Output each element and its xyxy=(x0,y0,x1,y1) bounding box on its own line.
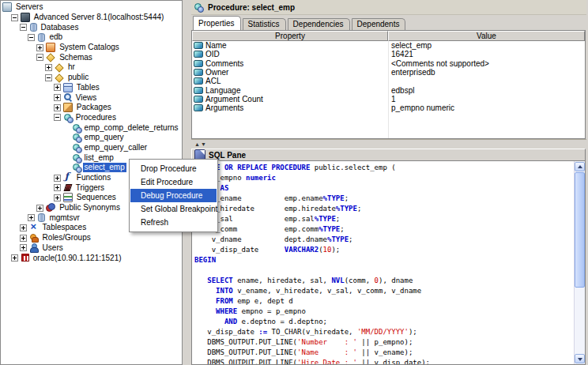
property-value: select_emp xyxy=(387,41,585,50)
tree-item-label: Tablespaces xyxy=(41,223,89,232)
tree-item-emp-query[interactable]: emp_query xyxy=(1,133,182,143)
expand-icon[interactable] xyxy=(54,104,61,111)
menu-item-debug-procedure[interactable]: Debug Procedure xyxy=(130,189,217,202)
property-icon xyxy=(194,104,203,111)
sql-line: AND e.deptno = d.deptno; xyxy=(194,317,573,327)
menu-item-edit-procedure[interactable]: Edit Procedure xyxy=(130,175,217,189)
tree-item-procedures[interactable]: Procedures xyxy=(1,113,182,123)
schema-icon xyxy=(55,73,63,82)
sql-code: CREATE OR REPLACE PROCEDURE public.selec… xyxy=(194,163,573,364)
tree-item-label: Users xyxy=(41,243,65,253)
tree-item-hr[interactable]: hr xyxy=(1,62,182,73)
property-value: 16421 xyxy=(387,50,585,58)
procedure-icon xyxy=(73,144,80,151)
tables-icon xyxy=(63,83,73,92)
property-icon xyxy=(194,96,203,103)
roles-icon xyxy=(29,233,39,243)
collapse-down-icon[interactable]: ▼ xyxy=(201,141,206,148)
expand-icon[interactable] xyxy=(11,254,18,262)
expand-icon[interactable] xyxy=(54,84,61,91)
procedure-icon xyxy=(73,124,80,131)
scroll-down-icon[interactable] xyxy=(575,354,585,363)
triggers-icon xyxy=(63,184,72,191)
expand-icon[interactable] xyxy=(54,194,61,201)
tree-item-packages[interactable]: Packages xyxy=(1,103,182,113)
tree-item-label: System Catalogs xyxy=(58,43,121,52)
tree-item-views[interactable]: Views xyxy=(1,92,182,103)
collapse-icon[interactable] xyxy=(20,24,27,31)
sql-line: DBMS_OUTPUT.PUT_LINE('Number : ' || p_em… xyxy=(194,337,573,348)
sql-pane-header: SQL Pane xyxy=(191,149,586,161)
sequences-icon xyxy=(63,193,73,202)
tree-item-databases[interactable]: Databases xyxy=(1,22,182,32)
tree-item-system-catalogs[interactable]: System Catalogs xyxy=(1,43,182,53)
menu-item-refresh[interactable]: Refresh xyxy=(130,216,217,229)
sql-line: v_comm emp.comm%TYPE; xyxy=(194,224,573,235)
collapse-icon[interactable] xyxy=(54,114,61,121)
sql-line: v_sal emp.sal%TYPE; xyxy=(194,214,573,224)
tab-properties[interactable]: Properties xyxy=(193,16,241,30)
procedure-icon xyxy=(73,134,80,141)
expand-icon[interactable] xyxy=(36,205,43,212)
property-icon xyxy=(194,60,203,67)
expand-icon[interactable] xyxy=(20,235,27,242)
tree-item-roles-groups[interactable]: Roles/Groups xyxy=(1,233,182,243)
collapse-icon[interactable] xyxy=(45,74,52,81)
tab-statistics[interactable]: Statistics xyxy=(243,18,286,30)
tree-item-advanced-server-8-1-localhost-5444[interactable]: Advanced Server 8.1(localhost:5444) xyxy=(1,13,182,23)
collapse-up-icon[interactable]: ▲ xyxy=(194,141,200,148)
servers-icon xyxy=(2,2,12,12)
expand-icon[interactable] xyxy=(20,224,27,231)
schemas-icon xyxy=(47,54,55,62)
tab-dependents[interactable]: Dependents xyxy=(352,18,406,30)
sql-line: v_disp_date VARCHAR2(10); xyxy=(194,245,573,255)
tree-item-label: Tables xyxy=(75,83,101,92)
property-icon xyxy=(194,87,203,94)
tree-item-public[interactable]: public xyxy=(1,73,182,83)
tree-item-label: select_emp xyxy=(83,163,126,172)
procedure-icon xyxy=(194,3,202,10)
tree-item-label: oracle(10.90.1.121:1521) xyxy=(32,254,123,263)
property-icon xyxy=(194,77,203,85)
tree-item-label: Schemas xyxy=(58,53,94,62)
sql-pane: CREATE OR REPLACE PROCEDURE public.selec… xyxy=(191,161,586,365)
collapse-icon[interactable] xyxy=(36,54,43,61)
scrollbar-thumb[interactable] xyxy=(575,172,585,288)
expand-icon[interactable] xyxy=(36,44,43,51)
expand-icon[interactable] xyxy=(45,64,52,71)
tree-item-servers[interactable]: Servers xyxy=(1,2,182,13)
sql-vertical-scrollbar[interactable] xyxy=(574,161,585,364)
tab-dependencies[interactable]: Dependencies xyxy=(288,18,350,30)
expand-icon[interactable] xyxy=(54,184,61,191)
scroll-up-icon[interactable] xyxy=(575,162,585,171)
tree-item-label: Views xyxy=(74,93,99,103)
tree-item-schemas[interactable]: Schemas xyxy=(1,52,182,62)
tree-item-emp-query-caller[interactable]: emp_query_caller xyxy=(1,143,182,153)
expand-icon[interactable] xyxy=(20,244,27,251)
sql-line: SELECT ename, hiredate, sal, NVL(comm, 0… xyxy=(194,276,573,286)
pane-splitter[interactable]: ▲ ▼ xyxy=(191,139,586,149)
tree-item-oracle-10-90-1-121-1521[interactable]: oracle(10.90.1.121:1521) xyxy=(1,253,182,263)
views-icon xyxy=(64,93,71,100)
tree-item-edb[interactable]: edb xyxy=(1,32,182,43)
property-name: Language xyxy=(205,86,387,95)
tree-item-label: Triggers xyxy=(74,183,106,193)
property-column-header[interactable]: Property xyxy=(192,31,388,41)
properties-table-header: Property Value xyxy=(192,31,585,41)
sql-pane-title: SQL Pane xyxy=(209,151,246,160)
menu-item-set-global-breakpoint[interactable]: Set Global Breakpoint xyxy=(130,202,217,216)
collapse-icon[interactable] xyxy=(11,14,18,21)
expand-icon[interactable] xyxy=(54,94,61,101)
tree-item-emp-comp-delete-returns[interactable]: emp_comp_delete_returns xyxy=(1,122,182,133)
sql-line: v_dname dept.dname%TYPE; xyxy=(194,235,573,245)
tree-item-tables[interactable]: Tables xyxy=(1,83,182,93)
value-column-header[interactable]: Value xyxy=(388,31,585,41)
object-title-bar: Procedure: select_emp xyxy=(191,0,586,15)
collapse-icon[interactable] xyxy=(28,34,35,41)
tree-item-users[interactable]: Users xyxy=(1,243,182,254)
menu-item-drop-procedure[interactable]: Drop Procedure xyxy=(130,162,217,175)
expand-icon[interactable] xyxy=(54,175,61,182)
sql-line: v_disp_date := TO_CHAR(v_hiredate, 'MM/D… xyxy=(194,327,573,337)
sql-line: BEGIN xyxy=(194,255,573,265)
right-pane: Procedure: select_emp PropertiesStatisti… xyxy=(191,0,586,365)
